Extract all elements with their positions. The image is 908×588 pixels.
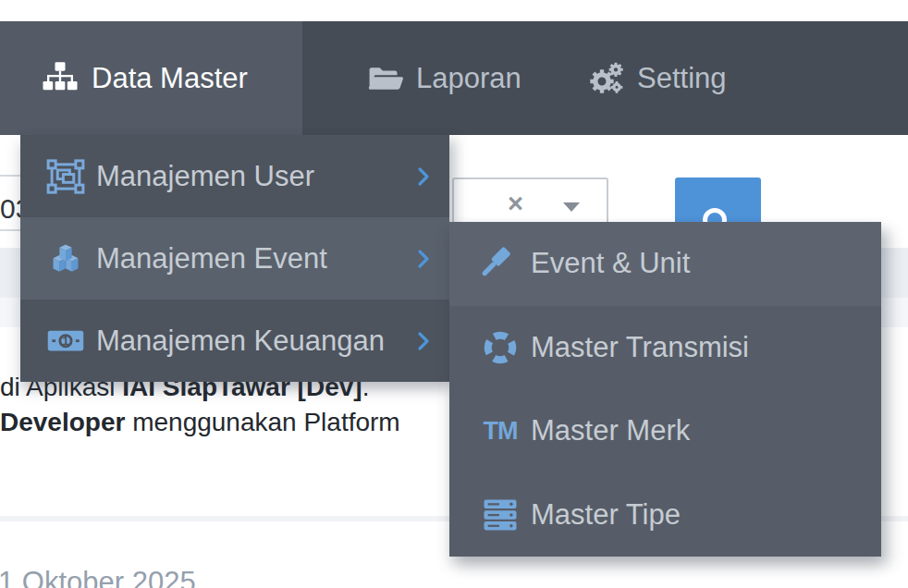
submenu-item-label: Master Merk [531, 414, 690, 447]
date-heading: 1 Oktober 2025 [0, 566, 196, 588]
nav-item-label: Setting [637, 62, 727, 95]
intro-text: menggunakan Platform [125, 408, 399, 436]
chevron-right-icon [416, 329, 431, 353]
submenu-item-label: Master Tipe [531, 498, 681, 532]
menu-item-label: Manajemen User [96, 160, 314, 193]
cubes-icon [46, 239, 85, 278]
menu-item-label: Manajemen Keuangan [96, 325, 385, 358]
menu-item-manajemen-user[interactable]: Manajemen User [20, 135, 449, 217]
trademark-glyph: TM [484, 417, 518, 446]
clear-selection-icon[interactable]: × [508, 189, 523, 219]
menu-item-manajemen-keuangan[interactable]: 1 Manajemen Keuangan [20, 300, 449, 382]
intro-text-line2: Developer menggunakan Platform [0, 408, 481, 437]
server-icon [481, 496, 520, 534]
submenu-item-event-unit[interactable]: Event & Unit [449, 222, 881, 306]
submenu-item-master-tipe[interactable]: Master Tipe [449, 473, 881, 557]
life-ring-icon [481, 328, 520, 367]
chevron-right-icon [416, 165, 431, 189]
folder-open-icon [366, 59, 405, 98]
submenu-item-label: Master Transmisi [531, 331, 749, 364]
data-master-dropdown: Manajemen User [20, 135, 449, 382]
nav-item-setting[interactable]: Setting [587, 21, 727, 135]
submenu-item-master-transmisi[interactable]: Master Transmisi [449, 306, 881, 390]
chevron-right-icon [416, 247, 431, 271]
nav-item-laporan[interactable]: Laporan [366, 21, 521, 135]
menu-item-label: Manajemen Event [96, 242, 327, 276]
nav-item-label: Laporan [416, 62, 521, 95]
sitemap-icon [41, 59, 80, 98]
svg-text:1: 1 [62, 334, 68, 348]
date-input-top-border [0, 175, 20, 177]
submenu-item-master-merk[interactable]: TM Master Merk [449, 389, 881, 473]
gavel-icon [481, 244, 520, 283]
nav-item-data-master[interactable]: Data Master [0, 21, 302, 135]
menu-item-manajemen-event[interactable]: Manajemen Event [20, 217, 449, 300]
date-input-bottom-border [0, 229, 20, 231]
object-group-icon [46, 157, 85, 196]
nav-item-label: Data Master [92, 62, 248, 95]
cogs-icon [587, 59, 626, 98]
manajemen-event-submenu: Event & Unit Master Transmisi TM Master … [449, 222, 881, 557]
trademark-icon: TM [481, 411, 520, 450]
select-caret-icon[interactable] [563, 202, 580, 212]
developer-text: Developer [0, 408, 125, 436]
top-navbar: Data Master Laporan [0, 21, 908, 135]
submenu-item-label: Event & Unit [531, 247, 690, 280]
money-bill-icon: 1 [46, 322, 85, 361]
